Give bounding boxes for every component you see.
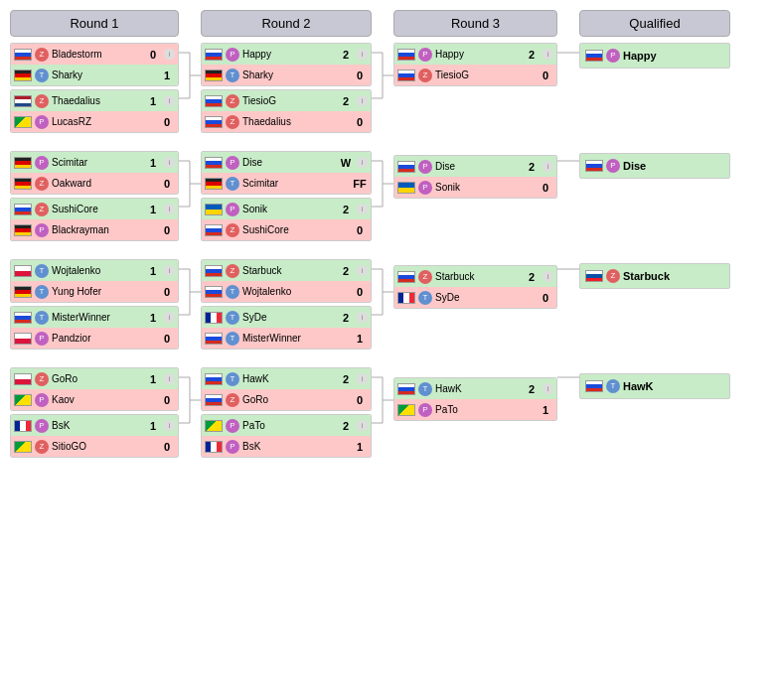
info-icon[interactable]: i	[357, 420, 368, 431]
race-icon-z: Z	[35, 372, 49, 386]
info-icon[interactable]: i	[357, 157, 368, 168]
player-name: TiesioG	[242, 95, 335, 106]
info-icon[interactable]: i	[543, 161, 553, 172]
info-icon[interactable]: i	[164, 420, 175, 431]
score: 2	[524, 49, 540, 61]
player-name: Oakward	[52, 178, 156, 189]
flag-ru	[585, 380, 603, 392]
info-icon[interactable]: i	[357, 265, 368, 276]
score: 1	[145, 312, 161, 324]
info-icon[interactable]: i	[357, 95, 368, 106]
info-icon[interactable]: i	[164, 265, 175, 276]
info-icon[interactable]: i	[357, 204, 368, 214]
race-icon-t: T	[226, 332, 239, 346]
match-row: THawK2i	[394, 378, 556, 399]
player-name: Sharky	[242, 70, 349, 80]
qualified-name: Starbuck	[623, 270, 670, 282]
flag-de	[14, 286, 32, 298]
flag-br	[205, 420, 223, 432]
player-name: HawK	[242, 373, 335, 384]
flag-ru	[205, 224, 223, 236]
info-icon[interactable]: i	[164, 204, 175, 214]
player-name: SushiCore	[242, 224, 349, 235]
info-icon[interactable]: i	[357, 312, 368, 323]
player-name: Scimitar	[52, 157, 142, 168]
info-icon[interactable]: i	[164, 49, 175, 60]
info-icon[interactable]: i	[543, 271, 553, 282]
bracket-container: Round 1ZBladestorm0iTSharky1ZThaedalius1…	[0, 0, 776, 667]
r2-match-2: PDiseWiTScimitarFF	[201, 151, 372, 195]
race-icon-p: P	[35, 393, 49, 407]
r2-match-3: PSonik2iZSushiCore0	[201, 198, 372, 241]
match-row: ZStarbuck2i	[202, 260, 371, 281]
race-icon-p: P	[35, 156, 49, 170]
flag-ru	[205, 49, 223, 61]
player-name: Thaedalius	[52, 95, 142, 106]
qualified-name: Happy	[623, 50, 657, 62]
info-icon[interactable]: i	[164, 373, 175, 384]
r1-match-1: ZThaedalius1iPLucasRZ0	[10, 89, 179, 133]
match-row: ZSushiCore1i	[11, 199, 178, 219]
match-row: THawK2i	[202, 368, 371, 389]
flag-de	[14, 70, 32, 81]
score: 1	[145, 157, 161, 169]
match-row: ZBladestorm0i	[11, 44, 178, 65]
match-box: TWojtalenko1iTYung Hofer0	[10, 259, 179, 303]
player-name: Dise	[435, 161, 521, 172]
player-name: Sharky	[52, 70, 156, 80]
flag-de	[14, 178, 32, 190]
match-box: ZBladestorm0iTSharky1	[10, 43, 179, 86]
race-icon-t: T	[226, 372, 239, 386]
flag-ru	[205, 116, 223, 128]
flag-pl	[14, 373, 32, 385]
race-icon-z: Z	[226, 393, 239, 407]
score: 1	[145, 420, 161, 432]
player-name: BsK	[242, 441, 349, 452]
player-name: LucasRZ	[52, 116, 156, 127]
race-icon-p: P	[35, 419, 49, 433]
player-name: GoRo	[52, 373, 142, 384]
info-icon[interactable]: i	[164, 95, 175, 106]
match-row: PPaTo1	[394, 399, 556, 420]
race-icon-t: T	[35, 69, 49, 82]
info-icon[interactable]: i	[164, 157, 175, 168]
race-icon-p: P	[418, 160, 432, 174]
match-row: TMisterWinner1i	[11, 307, 178, 328]
score: 0	[352, 70, 368, 81]
match-row: ZOakward0	[11, 173, 178, 194]
match-row: PPaTo2i	[202, 415, 371, 436]
race-icon-z: Z	[418, 69, 432, 82]
flag-ru	[205, 95, 223, 107]
match-row: ZGoRo0	[202, 389, 371, 410]
flag-fr	[205, 441, 223, 453]
flag-ru	[205, 394, 223, 406]
player-name: Starbuck	[435, 271, 521, 282]
conn-svg-r1r2	[179, 42, 201, 657]
score: 2	[338, 95, 354, 107]
info-icon[interactable]: i	[357, 49, 368, 60]
flag-ru	[397, 161, 415, 173]
conn-r2-r3	[372, 10, 393, 657]
info-icon[interactable]: i	[543, 383, 553, 394]
info-icon[interactable]: i	[357, 373, 368, 384]
flag-ru	[205, 265, 223, 277]
qual-item-0: P Happy	[579, 43, 730, 69]
r1-match-4: TWojtalenko1iTYung Hofer0	[10, 259, 179, 303]
score: 1	[145, 95, 161, 107]
flag-fr	[14, 420, 32, 432]
score: 1	[352, 333, 368, 345]
score: 1	[145, 204, 161, 215]
race-icon-z: Z	[418, 270, 432, 284]
race-icon-z: Z	[606, 269, 620, 283]
flag-br	[14, 116, 32, 128]
flag-br	[14, 441, 32, 453]
match-box: ZThaedalius1iPLucasRZ0	[10, 89, 179, 133]
flag-ru	[397, 383, 415, 395]
match-row: PDise2i	[394, 156, 556, 177]
info-icon[interactable]: i	[543, 49, 553, 60]
qualified-name: Dise	[623, 160, 646, 172]
score: 1	[352, 441, 368, 453]
qualified-box: T HawK	[579, 373, 730, 399]
r1-match-6: ZGoRo1iPKaov0	[10, 367, 179, 411]
info-icon[interactable]: i	[164, 312, 175, 323]
